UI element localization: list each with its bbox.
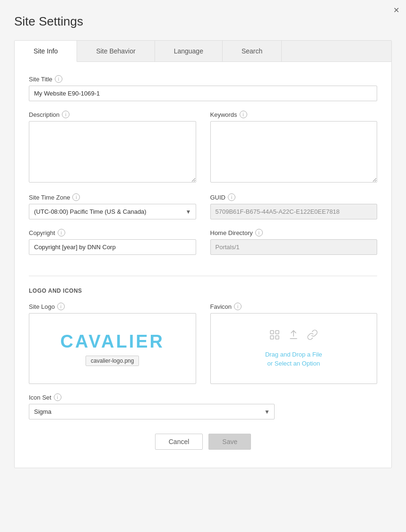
tz-guid-row: Site Time Zone i (UTC-08:00) Pacific Tim… xyxy=(29,193,377,229)
keywords-textarea[interactable] xyxy=(210,121,378,183)
icon-set-select[interactable]: Sigma xyxy=(29,404,275,419)
description-info-icon: i xyxy=(62,111,69,118)
site-logo-box[interactable]: CAVALIER cavalier-logo.png xyxy=(29,313,196,384)
copyright-info-icon: i xyxy=(58,229,65,236)
panel-body: Site Title i Description i Keywords xyxy=(15,62,391,468)
home-directory-label: Home Directory i xyxy=(210,229,378,236)
settings-panel: Site Info Site Behavior Language Search … xyxy=(14,40,392,468)
keywords-info-icon: i xyxy=(240,111,247,118)
guid-input xyxy=(210,204,378,219)
tab-language[interactable]: Language xyxy=(155,41,223,61)
icon-set-info-icon: i xyxy=(54,393,61,401)
home-directory-input xyxy=(210,239,378,255)
guid-label: GUID i xyxy=(210,193,378,201)
drag-drop-text: Drag and Drop a File or Select an Option xyxy=(265,350,322,368)
close-button[interactable]: ✕ xyxy=(393,7,399,14)
icon-set-label: Icon Set i xyxy=(29,393,377,401)
timezone-label: Site Time Zone i xyxy=(29,193,196,201)
tab-site-info[interactable]: Site Info xyxy=(15,41,77,62)
desc-keywords-row: Description i Keywords i xyxy=(29,111,377,193)
site-title-info-icon: i xyxy=(55,75,62,83)
home-directory-group: Home Directory i xyxy=(210,229,378,255)
favicon-icons-row xyxy=(269,329,318,343)
icon-set-group: Icon Set i Sigma ▼ xyxy=(29,393,377,419)
svg-rect-2 xyxy=(270,336,274,339)
timezone-info-icon: i xyxy=(72,193,80,201)
copyright-group: Copyright i xyxy=(29,229,196,255)
grid-icon xyxy=(269,329,280,343)
icon-set-wrapper: Sigma ▼ xyxy=(29,404,275,419)
logo-filename: cavalier-logo.png xyxy=(86,356,139,366)
keywords-group: Keywords i xyxy=(210,111,378,184)
footer-buttons: Cancel Save xyxy=(29,434,377,454)
favicon-group: Favicon i xyxy=(210,303,378,384)
page-container: ✕ Site Settings Site Info Site Behavior … xyxy=(0,0,406,532)
link-icon xyxy=(307,329,318,343)
tab-site-behavior[interactable]: Site Behavior xyxy=(77,41,155,61)
icon-set-select-wrapper: Sigma ▼ xyxy=(29,404,275,419)
copyright-homedir-row: Copyright i Home Directory i xyxy=(29,229,377,264)
copyright-input[interactable] xyxy=(29,239,196,255)
divider xyxy=(29,276,377,276)
page-title: Site Settings xyxy=(14,14,392,29)
logo-favicon-row: Site Logo i CAVALIER cavalier-logo.png F… xyxy=(29,303,377,393)
description-group: Description i xyxy=(29,111,196,184)
site-title-group: Site Title i xyxy=(29,75,377,101)
site-logo-info-icon: i xyxy=(57,303,65,310)
home-directory-info-icon: i xyxy=(255,229,263,236)
site-title-label: Site Title i xyxy=(29,75,377,83)
timezone-select-wrapper: (UTC-08:00) Pacific Time (US & Canada) ▼ xyxy=(29,204,196,219)
description-label: Description i xyxy=(29,111,196,118)
site-title-input[interactable] xyxy=(29,86,377,101)
tabs-bar: Site Info Site Behavior Language Search xyxy=(15,41,391,62)
description-textarea[interactable] xyxy=(29,121,196,183)
svg-rect-3 xyxy=(276,336,279,339)
svg-rect-0 xyxy=(270,331,274,334)
timezone-group: Site Time Zone i (UTC-08:00) Pacific Tim… xyxy=(29,193,196,219)
tab-search[interactable]: Search xyxy=(223,41,282,61)
favicon-label: Favicon i xyxy=(210,303,378,310)
copyright-label: Copyright i xyxy=(29,229,196,236)
favicon-box[interactable]: Drag and Drop a File or Select an Option xyxy=(210,313,378,384)
upload-icon xyxy=(288,329,299,343)
keywords-label: Keywords i xyxy=(210,111,378,118)
logo-text: CAVALIER xyxy=(60,331,164,352)
guid-info-icon: i xyxy=(228,193,235,201)
timezone-select[interactable]: (UTC-08:00) Pacific Time (US & Canada) xyxy=(29,204,196,219)
guid-group: GUID i xyxy=(210,193,378,219)
site-logo-group: Site Logo i CAVALIER cavalier-logo.png xyxy=(29,303,196,384)
logo-icons-section-title: LOGO AND ICONS xyxy=(29,288,377,294)
favicon-info-icon: i xyxy=(234,303,242,310)
site-logo-label: Site Logo i xyxy=(29,303,196,310)
save-button[interactable]: Save xyxy=(208,434,251,450)
cancel-button[interactable]: Cancel xyxy=(155,434,203,450)
svg-rect-1 xyxy=(276,331,279,334)
